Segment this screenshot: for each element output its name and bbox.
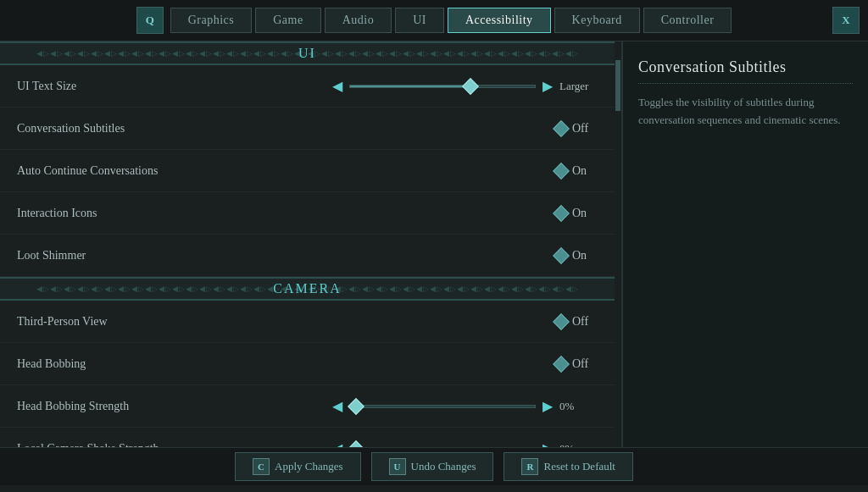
apply-changes-button[interactable]: C Apply Changes bbox=[235, 452, 361, 481]
camera-section-title: Camera bbox=[273, 281, 341, 296]
ui-text-size-arrow-right[interactable]: ▶ bbox=[542, 78, 553, 94]
third-person-view-icon bbox=[553, 313, 570, 330]
head-bobbing-label: Head Bobbing bbox=[17, 357, 555, 371]
head-bobbing-strength-value: 0% bbox=[559, 400, 598, 413]
settings-inner: ◀▷◀▷◀▷◀▷◀▷◀▷◀▷◀▷◀▷◀▷◀▷◀▷◀▷◀▷◀▷◀▷◀▷◀▷◀▷◀▷… bbox=[0, 41, 621, 447]
auto-continue-control[interactable]: On bbox=[555, 164, 598, 178]
top-navigation: Q Graphics Game Audio UI Accessibility K… bbox=[0, 0, 868, 41]
conversation-subtitles-control[interactable]: Off bbox=[555, 122, 598, 135]
ui-text-size-label: UI Text Size bbox=[17, 80, 332, 93]
head-bobbing-strength-track[interactable] bbox=[349, 405, 536, 408]
reset-default-button[interactable]: R Reset to Default bbox=[504, 452, 632, 481]
apply-key-badge: C bbox=[253, 458, 270, 475]
conversation-subtitles-icon bbox=[553, 120, 570, 137]
local-camera-shake-arrow-right[interactable]: ▶ bbox=[542, 440, 553, 447]
local-camera-shake-label: Local Camera Shake Strength bbox=[17, 442, 332, 448]
apply-changes-label: Apply Changes bbox=[275, 460, 343, 473]
third-person-view-label: Third-Person View bbox=[17, 315, 555, 329]
auto-continue-label: Auto Continue Conversations bbox=[17, 164, 555, 178]
setting-interaction-icons: Interaction Icons On bbox=[0, 192, 615, 235]
reset-key-badge: R bbox=[521, 458, 538, 475]
ui-section-title: UI bbox=[298, 46, 316, 61]
third-person-view-value: Off bbox=[572, 315, 598, 329]
interaction-icons-label: Interaction Icons bbox=[17, 207, 555, 220]
interaction-icons-value: On bbox=[572, 207, 598, 220]
corner-q-label: Q bbox=[146, 14, 154, 27]
conversation-subtitles-label: Conversation Subtitles bbox=[17, 122, 555, 135]
ui-section-header: ◀▷◀▷◀▷◀▷◀▷◀▷◀▷◀▷◀▷◀▷◀▷◀▷◀▷◀▷◀▷◀▷◀▷◀▷◀▷◀▷… bbox=[0, 41, 615, 65]
interaction-icons-control[interactable]: On bbox=[555, 207, 598, 220]
loot-shimmer-icon bbox=[553, 247, 570, 264]
head-bobbing-strength-arrow-right[interactable]: ▶ bbox=[542, 398, 553, 414]
setting-ui-text-size: UI Text Size ◀ ▶ Larger bbox=[0, 65, 615, 108]
local-camera-shake-control: ◀ ▶ 0% bbox=[332, 440, 598, 447]
tab-game[interactable]: Game bbox=[255, 8, 320, 33]
tab-controller[interactable]: Controller bbox=[643, 8, 732, 33]
info-panel: Conversation Subtitles Toggles the visib… bbox=[622, 41, 868, 447]
setting-loot-shimmer: Loot Shimmer On bbox=[0, 235, 615, 277]
scrollbar[interactable] bbox=[615, 41, 621, 447]
ui-text-size-thumb[interactable] bbox=[462, 78, 479, 95]
camera-section-header: ◀▷◀▷◀▷◀▷◀▷◀▷◀▷◀▷◀▷◀▷◀▷◀▷◀▷◀▷◀▷◀▷◀▷◀▷◀▷◀▷… bbox=[0, 277, 615, 301]
local-camera-shake-arrow-left[interactable]: ◀ bbox=[332, 440, 342, 447]
info-description: Toggles the visibility of subtitles duri… bbox=[638, 94, 853, 130]
ui-text-size-control: ◀ ▶ Larger bbox=[332, 78, 598, 94]
tab-audio[interactable]: Audio bbox=[325, 8, 392, 33]
local-camera-shake-thumb[interactable] bbox=[348, 440, 364, 447]
reset-default-label: Reset to Default bbox=[543, 460, 615, 473]
settings-panel: ◀▷◀▷◀▷◀▷◀▷◀▷◀▷◀▷◀▷◀▷◀▷◀▷◀▷◀▷◀▷◀▷◀▷◀▷◀▷◀▷… bbox=[0, 41, 622, 447]
tab-keyboard[interactable]: Keyboard bbox=[554, 8, 640, 33]
bottom-bar: C Apply Changes U Undo Changes R Reset t… bbox=[0, 447, 868, 485]
settings-list: ◀▷◀▷◀▷◀▷◀▷◀▷◀▷◀▷◀▷◀▷◀▷◀▷◀▷◀▷◀▷◀▷◀▷◀▷◀▷◀▷… bbox=[0, 41, 615, 447]
third-person-view-control[interactable]: Off bbox=[555, 315, 598, 329]
main-content: ◀▷◀▷◀▷◀▷◀▷◀▷◀▷◀▷◀▷◀▷◀▷◀▷◀▷◀▷◀▷◀▷◀▷◀▷◀▷◀▷… bbox=[0, 41, 868, 447]
local-camera-shake-track[interactable] bbox=[349, 447, 536, 448]
tab-ui[interactable]: UI bbox=[395, 8, 444, 33]
head-bobbing-strength-label: Head Bobbing Strength bbox=[17, 400, 332, 413]
ui-text-size-track[interactable] bbox=[349, 85, 536, 88]
head-bobbing-icon bbox=[553, 356, 570, 373]
head-bobbing-value: Off bbox=[572, 357, 598, 371]
head-bobbing-control[interactable]: Off bbox=[555, 357, 598, 371]
head-bobbing-strength-arrow-left[interactable]: ◀ bbox=[332, 398, 342, 414]
nav-corner-q[interactable]: Q bbox=[136, 7, 164, 34]
tab-accessibility[interactable]: Accessibility bbox=[448, 8, 551, 33]
setting-third-person-view: Third-Person View Off bbox=[0, 301, 615, 343]
ui-text-size-fill bbox=[350, 86, 470, 87]
undo-key-badge: U bbox=[389, 458, 406, 475]
loot-shimmer-label: Loot Shimmer bbox=[17, 249, 555, 263]
loot-shimmer-value: On bbox=[572, 249, 598, 263]
setting-local-camera-shake: Local Camera Shake Strength ◀ ▶ 0% bbox=[0, 428, 615, 447]
undo-changes-label: Undo Changes bbox=[411, 460, 476, 473]
auto-continue-value: On bbox=[572, 164, 598, 178]
scrollbar-thumb[interactable] bbox=[615, 60, 620, 111]
auto-continue-icon bbox=[553, 163, 570, 180]
setting-head-bobbing: Head Bobbing Off bbox=[0, 343, 615, 385]
conversation-subtitles-value: Off bbox=[572, 122, 598, 135]
undo-changes-button[interactable]: U Undo Changes bbox=[371, 452, 494, 481]
corner-x-label: X bbox=[842, 14, 849, 27]
loot-shimmer-control[interactable]: On bbox=[555, 249, 598, 263]
tab-graphics[interactable]: Graphics bbox=[170, 8, 253, 33]
ui-text-size-value: Larger bbox=[559, 80, 598, 93]
setting-auto-continue: Auto Continue Conversations On bbox=[0, 150, 615, 192]
local-camera-shake-value: 0% bbox=[559, 442, 598, 448]
ui-text-size-arrow-left[interactable]: ◀ bbox=[332, 78, 342, 94]
setting-conversation-subtitles: Conversation Subtitles Off bbox=[0, 108, 615, 150]
interaction-icons-icon bbox=[553, 205, 570, 222]
setting-head-bobbing-strength: Head Bobbing Strength ◀ ▶ 0% bbox=[0, 385, 615, 428]
nav-corner-x[interactable]: X bbox=[832, 7, 860, 34]
head-bobbing-strength-control: ◀ ▶ 0% bbox=[332, 398, 598, 414]
info-title: Conversation Subtitles bbox=[638, 58, 853, 84]
head-bobbing-strength-thumb[interactable] bbox=[348, 398, 364, 415]
